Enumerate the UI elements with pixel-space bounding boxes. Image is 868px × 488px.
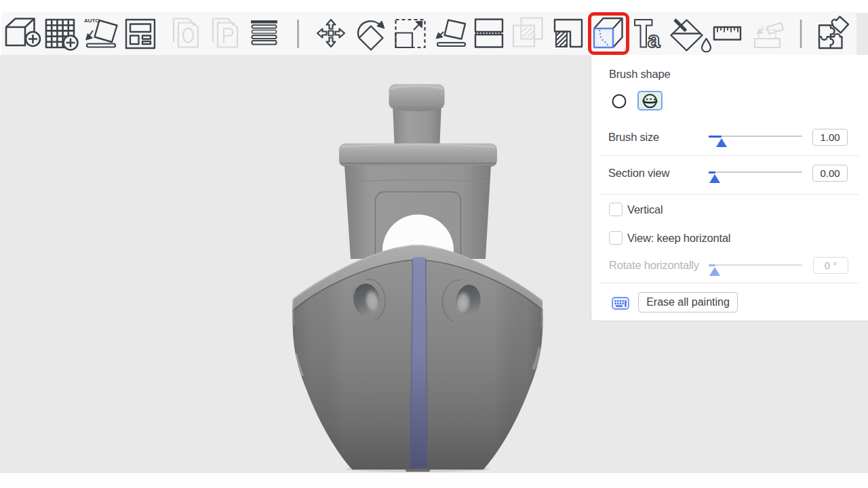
svg-text:AUTO: AUTO [84,18,100,24]
svg-text:a: a [648,27,660,52]
